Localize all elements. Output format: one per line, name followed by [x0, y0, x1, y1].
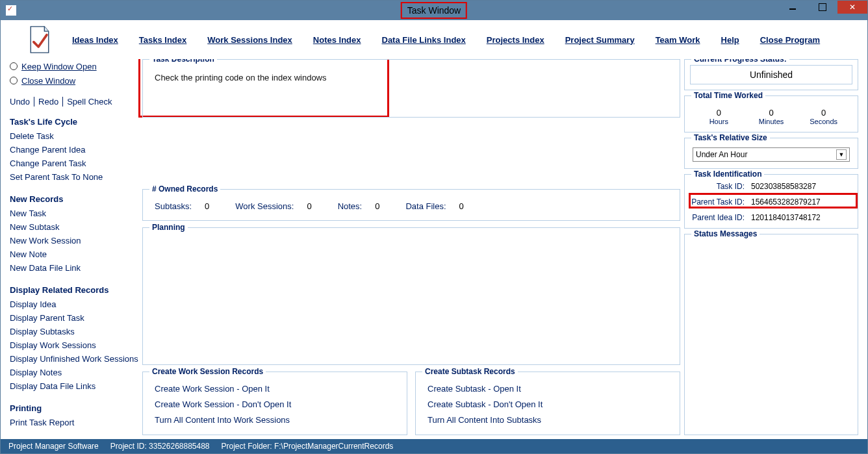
right-column: Current Progress Status: Unfinished Tota…: [684, 59, 858, 435]
display-notes-link[interactable]: Display Notes: [10, 366, 138, 379]
radio-icon: [10, 77, 18, 84]
menu-notes[interactable]: Notes Index: [313, 35, 361, 45]
dropdown-arrow-icon: ▼: [836, 149, 847, 160]
relative-size-select[interactable]: Under An Hour ▼: [693, 147, 850, 162]
create-ws-noopen-link[interactable]: Create Work Session - Don't Open It: [151, 397, 399, 412]
edit-tools: Undo Redo Spell Check: [10, 97, 138, 107]
task-id-row: Task ID:502303858583287: [687, 179, 855, 194]
content: Ideas Index Tasks Index Work Sessions In…: [1, 20, 867, 453]
new-note-link[interactable]: New Note: [10, 247, 138, 261]
datafiles-value: 0: [459, 201, 464, 211]
menu-close-program[interactable]: Close Program: [760, 35, 820, 45]
titlebar: Task Window: [1, 1, 867, 20]
datafiles-label: Data Files:: [405, 201, 446, 211]
print-task-report-link[interactable]: Print Task Report: [10, 416, 138, 429]
hours-label: Hours: [693, 118, 745, 125]
redo-link[interactable]: Redo: [34, 97, 63, 107]
minutes-label: Minutes: [745, 118, 798, 125]
menu-ideas[interactable]: Ideas Index: [72, 35, 118, 45]
turn-content-ws-link[interactable]: Turn All Content Into Work Sessions: [151, 412, 399, 428]
body: Keep Window Open Close Window Undo Redo …: [1, 59, 867, 439]
minimize-button[interactable]: [778, 1, 808, 14]
task-id-value: 502303858583287: [751, 179, 816, 194]
left-column: Keep Window Open Close Window Undo Redo …: [10, 59, 138, 435]
subtasks-label: Subtasks:: [155, 201, 192, 211]
display-parent-task-link[interactable]: Display Parent Task: [10, 311, 138, 325]
seconds-label: Seconds: [797, 118, 850, 125]
close-window-row[interactable]: Close Window: [10, 73, 138, 88]
status-messages-group: Status Messages: [684, 234, 858, 435]
planning-title: Planning: [149, 223, 188, 232]
parent-idea-id-value: 1201184013748172: [751, 210, 821, 225]
create-subtask-noopen-link[interactable]: Create Subtask - Don't Open It: [424, 397, 672, 412]
subtasks-value: 0: [205, 201, 209, 211]
radio-icon: [10, 62, 18, 70]
center-column: Task Description Check the printing code…: [142, 59, 680, 435]
parent-idea-id-row: Parent Idea ID:1201184013748172: [687, 210, 855, 225]
display-unfinished-ws-link[interactable]: Display Unfinished Work Sessions: [10, 352, 138, 366]
parent-task-id-label: Parent Task ID:: [689, 194, 751, 210]
notes-label: Notes:: [338, 201, 363, 211]
turn-content-subtasks-link[interactable]: Turn All Content Into Subtasks: [424, 412, 672, 428]
worksessions-value: 0: [307, 201, 311, 211]
create-ws-open-link[interactable]: Create Work Session - Open It: [151, 381, 399, 397]
status-project-id: Project ID: 33526268885488: [110, 442, 210, 451]
menu-summary[interactable]: Project Summary: [565, 35, 635, 45]
keep-window-open-row[interactable]: Keep Window Open: [10, 59, 138, 73]
lifecycle-header: Task's Life Cycle: [10, 117, 138, 127]
close-window-label: Close Window: [21, 76, 75, 86]
new-datafile-link[interactable]: New Data File Link: [10, 261, 138, 275]
status-app: Project Manager Software: [8, 442, 99, 451]
time-worked-group: Total Time Worked 0Hours 0Minutes 0Secon…: [684, 95, 858, 132]
display-idea-link[interactable]: Display Idea: [10, 297, 138, 311]
keep-window-open-label: Keep Window Open: [21, 62, 97, 71]
topbar: Ideas Index Tasks Index Work Sessions In…: [1, 20, 867, 59]
window-title: Task Window: [401, 2, 467, 19]
new-worksession-link[interactable]: New Work Session: [10, 234, 138, 247]
delete-task-link[interactable]: Delete Task: [10, 129, 138, 143]
hours-value: 0: [693, 108, 745, 118]
menu-work-sessions[interactable]: Work Sessions Index: [207, 35, 292, 45]
printing-header: Printing: [10, 403, 138, 413]
window: Task Window Ideas Index Tasks Index Work…: [0, 0, 868, 454]
change-parent-task-link[interactable]: Change Parent Task: [10, 157, 138, 170]
task-id-label: Task ID:: [689, 179, 751, 194]
close-button[interactable]: [837, 1, 867, 14]
create-records-row: Create Work Session Records Create Work …: [142, 372, 680, 435]
app-small-icon: [6, 5, 16, 16]
create-subtask-group: Create Subtask Records Create Subtask - …: [415, 372, 680, 435]
time-worked-title: Total Time Worked: [691, 91, 765, 100]
create-ws-group: Create Work Session Records Create Work …: [142, 372, 407, 435]
relative-size-title: Task's Relative Size: [691, 133, 770, 142]
menu-tasks[interactable]: Tasks Index: [139, 35, 186, 45]
owned-records-group: # Owned Records Subtasks:0 Work Sessions…: [142, 189, 680, 221]
create-subtask-open-link[interactable]: Create Subtask - Open It: [424, 381, 672, 397]
relative-size-group: Task's Relative Size Under An Hour ▼: [684, 138, 858, 169]
statusbar: Project Manager Software Project ID: 335…: [1, 439, 867, 453]
menu-projects[interactable]: Projects Index: [487, 35, 544, 45]
task-description-text[interactable]: Check the printing code on the index win…: [151, 69, 672, 82]
display-subtasks-link[interactable]: Display Subtasks: [10, 325, 138, 338]
maximize-button[interactable]: [808, 1, 837, 14]
undo-link[interactable]: Undo: [10, 97, 34, 107]
display-datafiles-link[interactable]: Display Data File Links: [10, 379, 138, 393]
worksessions-label: Work Sessions:: [235, 201, 294, 211]
time-row: 0Hours 0Minutes 0Seconds: [693, 108, 850, 125]
menu-team[interactable]: Team Work: [656, 35, 700, 45]
parent-task-none-link[interactable]: Set Parent Task To None: [10, 170, 138, 184]
display-worksessions-link[interactable]: Display Work Sessions: [10, 338, 138, 352]
change-parent-idea-link[interactable]: Change Parent Idea: [10, 143, 138, 157]
minutes-value: 0: [745, 108, 798, 118]
identification-group: Task Identification Task ID:502303858583…: [684, 174, 858, 229]
owned-records-title: # Owned Records: [149, 184, 220, 194]
create-ws-title: Create Work Session Records: [149, 367, 266, 376]
task-description-wrap: Task Description Check the printing code…: [142, 59, 680, 118]
menu-help[interactable]: Help: [721, 35, 739, 45]
parent-idea-id-label: Parent Idea ID:: [689, 210, 751, 225]
new-task-link[interactable]: New Task: [10, 207, 138, 220]
spellcheck-link[interactable]: Spell Check: [63, 97, 116, 107]
menu-data-files[interactable]: Data File Links Index: [382, 35, 466, 45]
related-header: Display Related Records: [10, 285, 138, 295]
app-logo-icon: [27, 25, 53, 55]
new-subtask-link[interactable]: New Subtask: [10, 220, 138, 234]
